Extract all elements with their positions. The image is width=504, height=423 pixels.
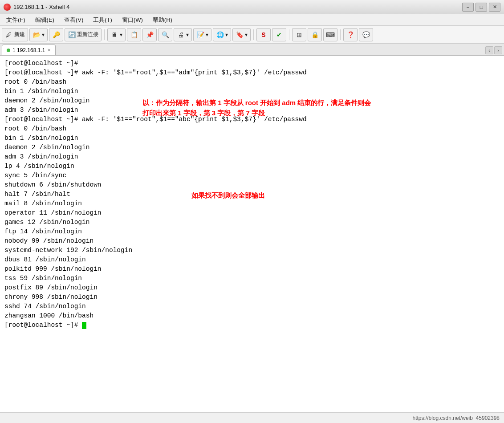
- tab-active[interactable]: 1 192.168.1.1 ✕: [2, 45, 56, 55]
- toolbar-separator-3: [289, 29, 289, 40]
- key-button[interactable]: 🔑: [49, 28, 63, 41]
- copy-button[interactable]: 📋: [127, 28, 141, 41]
- screen-icon: 🖥: [110, 31, 118, 39]
- terminal-line: bin 1 /sbin/nologin: [4, 134, 500, 143]
- toolbar: 🖊 新建 📂 ▾ 🔑 🔄 重新连接 🖥 ▾ 📋 📌 🔍 🖨 ▾ 📝 ▾ 🌐 ▾ …: [0, 26, 504, 44]
- terminal-line: daemon 2 /sbin/nologin: [4, 143, 500, 152]
- title-controls: − □ ✕: [462, 3, 500, 12]
- bookmark-button[interactable]: 🔖 ▾: [232, 28, 251, 41]
- s-icon: S: [260, 31, 268, 39]
- terminal-line: [root@localhost ~]#: [4, 59, 500, 68]
- tab-navigation: ‹ ›: [485, 46, 502, 55]
- status-url: https://blog.csdn.net/weib_45902398: [413, 415, 500, 421]
- terminal[interactable]: [root@localhost ~]#[root@localhost ~]# a…: [0, 56, 504, 412]
- menu-item[interactable]: 帮助(H): [148, 15, 177, 25]
- tab-nav-left[interactable]: ‹: [485, 46, 493, 54]
- find-icon: 🔍: [161, 31, 169, 39]
- print-icon: 🖨: [177, 31, 185, 39]
- message-button[interactable]: 💬: [359, 28, 373, 41]
- message-icon: 💬: [362, 31, 370, 39]
- terminal-line: [root@localhost ~]# awk -F: '$1=="root",…: [4, 115, 500, 124]
- menu-item[interactable]: 窗口(W): [118, 15, 147, 25]
- terminal-line: [root@localhost ~]# awk -F: '$1=="root",…: [4, 68, 500, 77]
- terminal-line: dbus 81 /sbin/nologin: [4, 255, 500, 264]
- key-icon: 🔑: [52, 31, 60, 39]
- app-icon: [4, 4, 11, 11]
- toolbar-separator-2: [253, 29, 254, 40]
- new-label: 新建: [14, 31, 25, 38]
- terminal-line: sync 5 /bin/sync: [4, 171, 500, 180]
- terminal-line: tss 59 /sbin/nologin: [4, 274, 500, 283]
- new-button[interactable]: 🖊 新建: [2, 28, 28, 41]
- terminal-line: bin 1 /sbin/nologin: [4, 87, 500, 96]
- terminal-line: ftp 14 /sbin/nologin: [4, 227, 500, 236]
- new-icon: 🖊: [5, 31, 13, 39]
- menu-item[interactable]: 工具(T): [89, 15, 117, 25]
- tab-label: 1 192.168.1.1: [12, 47, 45, 53]
- globe-icon: 🌐: [216, 31, 224, 39]
- help-button[interactable]: ❓: [343, 28, 358, 41]
- keyboard-icon: ⌨: [326, 31, 334, 39]
- menu-item[interactable]: 查看(V): [60, 15, 88, 25]
- terminal-line: zhangsan 1000 /bin/bash: [4, 311, 500, 321]
- menu-item[interactable]: 文件(F): [2, 15, 30, 25]
- terminal-line: adm 3 /sbin/nologin: [4, 106, 500, 115]
- terminal-line: adm 3 /sbin/nologin: [4, 152, 500, 162]
- terminal-line: postfix 89 /sbin/nologin: [4, 283, 500, 293]
- check-button[interactable]: ✔: [272, 28, 286, 41]
- terminal-line: root 0 /bin/bash: [4, 124, 500, 134]
- terminal-line: lp 4 /sbin/nologin: [4, 162, 500, 171]
- paste-icon: 📌: [146, 31, 154, 39]
- grid-button[interactable]: ⊞: [292, 28, 306, 41]
- keyboard-button[interactable]: ⌨: [323, 28, 337, 41]
- print-button[interactable]: 🖨 ▾: [174, 28, 192, 41]
- status-bar: https://blog.csdn.net/weib_45902398: [0, 412, 504, 423]
- window-title: 192.168.1.1 - Xshell 4: [13, 4, 69, 10]
- terminal-line: root 0 /bin/bash: [4, 77, 500, 87]
- check-icon: ✔: [275, 31, 283, 39]
- find-button[interactable]: 🔍: [158, 28, 172, 41]
- log-button[interactable]: 📝 ▾: [193, 28, 211, 41]
- terminal-line: operator 11 /sbin/nologin: [4, 208, 500, 218]
- menu-item[interactable]: 编辑(E): [31, 15, 59, 25]
- tab-nav-right[interactable]: ›: [494, 46, 502, 54]
- title-left: 192.168.1.1 - Xshell 4: [4, 4, 69, 11]
- copy-icon: 📋: [130, 31, 138, 39]
- minimize-button[interactable]: −: [462, 3, 474, 12]
- open-icon: 📂: [33, 31, 41, 39]
- open-button[interactable]: 📂 ▾: [29, 28, 48, 41]
- grid-icon: ⊞: [295, 31, 303, 39]
- terminal-line: [root@localhost ~]#: [4, 321, 500, 330]
- reconnect-icon: 🔄: [68, 31, 76, 39]
- lock-button[interactable]: 🔒: [308, 28, 322, 41]
- maximize-button[interactable]: □: [476, 3, 487, 12]
- tab-status-dot: [7, 49, 10, 52]
- terminal-cursor: [82, 322, 86, 329]
- tab-close-button[interactable]: ✕: [47, 48, 51, 53]
- toolbar-separator-1: [104, 29, 105, 40]
- title-bar: 192.168.1.1 - Xshell 4 − □ ✕: [0, 0, 504, 14]
- globe-button[interactable]: 🌐 ▾: [213, 28, 231, 41]
- terminal-line: games 12 /sbin/nologin: [4, 218, 500, 227]
- terminal-line: shutdown 6 /sbin/shutdown: [4, 180, 500, 190]
- terminal-line: polkitd 999 /sbin/nologin: [4, 264, 500, 274]
- menu-bar: 文件(F)编辑(E)查看(V)工具(T)窗口(W)帮助(H): [0, 14, 504, 26]
- help-icon: ❓: [346, 31, 354, 39]
- open-label: ▾: [42, 32, 45, 38]
- terminal-line: mail 8 /sbin/nologin: [4, 199, 500, 208]
- reconnect-label: 重新连接: [77, 31, 98, 38]
- terminal-line: halt 7 /sbin/halt: [4, 190, 500, 199]
- close-button[interactable]: ✕: [489, 3, 500, 12]
- screen-button[interactable]: 🖥 ▾: [107, 28, 126, 41]
- log-icon: 📝: [196, 31, 204, 39]
- terminal-container: [root@localhost ~]#[root@localhost ~]# a…: [0, 56, 504, 412]
- terminal-line: sshd 74 /sbin/nologin: [4, 302, 500, 311]
- s-button[interactable]: S: [256, 28, 271, 41]
- terminal-line: systemd-network 192 /sbin/nologin: [4, 246, 500, 255]
- bookmark-icon: 🔖: [236, 31, 244, 39]
- terminal-line: nobody 99 /sbin/nologin: [4, 236, 500, 246]
- reconnect-button[interactable]: 🔄 重新连接: [65, 28, 102, 41]
- tab-bar: 1 192.168.1.1 ✕ ‹ ›: [0, 44, 504, 56]
- terminal-line: daemon 2 /sbin/nologin: [4, 96, 500, 106]
- paste-button[interactable]: 📌: [142, 28, 157, 41]
